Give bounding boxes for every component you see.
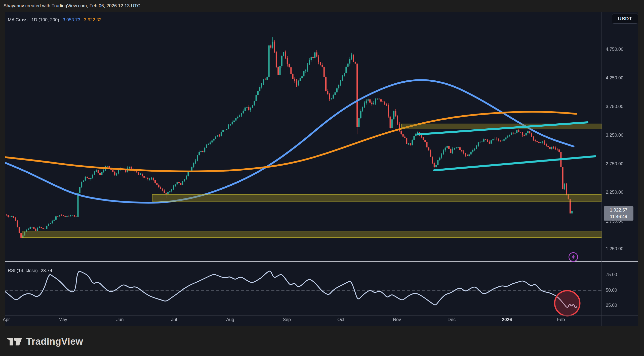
tradingview-logo-icon bbox=[6, 338, 22, 345]
price-tick: 1,250.00 bbox=[606, 246, 623, 251]
chart-panel: MA Cross · 1D (100, 200)3,053.733,622.32… bbox=[5, 12, 638, 326]
month-tick: Aug bbox=[226, 317, 234, 322]
price-tick: 2,750.00 bbox=[606, 161, 623, 167]
tradingview-logo-text: TradingView bbox=[26, 336, 83, 347]
indicator-title: MA Cross · 1D (100, 200) bbox=[8, 17, 59, 22]
bar-countdown: 11:46:49 bbox=[604, 213, 633, 220]
month-tick: Nov bbox=[393, 317, 401, 322]
month-tick: Dec bbox=[448, 317, 456, 322]
price-tick: 3,250.00 bbox=[606, 133, 623, 138]
price-tick: 2,250.00 bbox=[606, 190, 623, 195]
price-chart-canvas[interactable] bbox=[5, 12, 644, 326]
month-tick: Jul bbox=[171, 317, 177, 322]
alert-lightning-icon[interactable] bbox=[568, 252, 578, 262]
tradingview-logo[interactable]: TradingView bbox=[6, 336, 83, 347]
currency-toggle-button[interactable]: USDT bbox=[612, 14, 638, 24]
month-tick: Apr bbox=[3, 317, 10, 322]
rsi-tick: 75.00 bbox=[606, 272, 617, 277]
last-price-badge: 1,922.57 11:46:49 bbox=[604, 206, 633, 221]
month-tick: 2026 bbox=[502, 317, 512, 322]
attribution-bar: Shayannv created with TradingView.com, F… bbox=[0, 0, 644, 12]
rsi-value: 23.78 bbox=[41, 268, 52, 273]
ma200-value: 3,622.32 bbox=[84, 17, 101, 22]
month-tick: Feb bbox=[557, 317, 565, 322]
attribution-text: Shayannv created with TradingView.com, F… bbox=[4, 3, 140, 9]
price-tick: 4,250.00 bbox=[606, 75, 623, 81]
ma100-value: 3,053.73 bbox=[63, 17, 80, 22]
rsi-title: RSI (14, close) bbox=[8, 268, 38, 273]
rsi-tick: 50.00 bbox=[606, 288, 617, 293]
footer-bar: TradingView bbox=[0, 326, 644, 356]
month-tick: Oct bbox=[337, 317, 344, 322]
month-tick: May bbox=[59, 317, 67, 322]
rsi-legend[interactable]: RSI (14, close)23.78 bbox=[8, 268, 52, 273]
price-tick: 3,750.00 bbox=[606, 104, 623, 109]
scroll-gutter bbox=[638, 12, 644, 326]
last-price-value: 1,922.57 bbox=[604, 207, 633, 213]
indicator-legend[interactable]: MA Cross · 1D (100, 200)3,053.733,622.32 bbox=[8, 17, 101, 23]
rsi-tick: 25.00 bbox=[606, 303, 617, 308]
tradingview-chart-page: Shayannv created with TradingView.com, F… bbox=[0, 0, 644, 356]
month-tick: Sep bbox=[283, 317, 291, 322]
price-tick: 4,750.00 bbox=[606, 47, 623, 52]
month-tick: Jun bbox=[116, 317, 124, 322]
